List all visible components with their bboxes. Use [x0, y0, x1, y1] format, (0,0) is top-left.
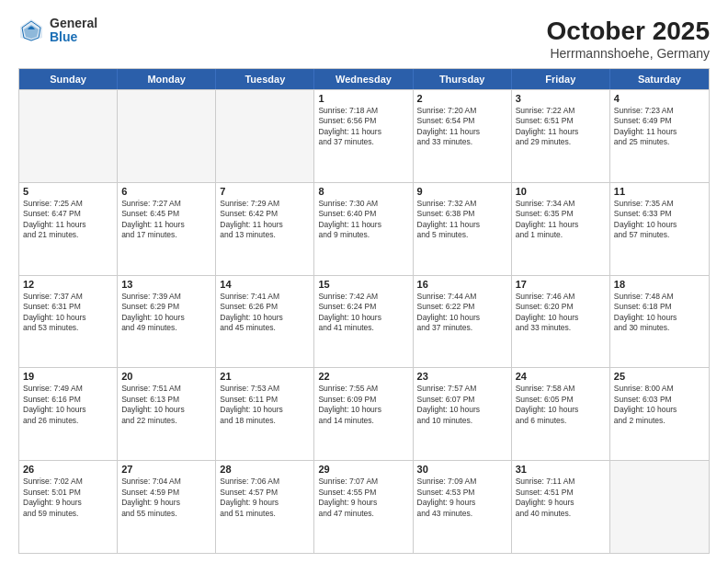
weekday-header: Tuesday [216, 69, 314, 89]
calendar-cell: 21Sunrise: 7:53 AM Sunset: 6:11 PM Dayli… [216, 368, 314, 460]
calendar-cell: 11Sunrise: 7:35 AM Sunset: 6:33 PM Dayli… [610, 183, 709, 275]
cell-info: Sunrise: 7:04 AM Sunset: 4:59 PM Dayligh… [121, 477, 211, 519]
calendar-cell: 14Sunrise: 7:41 AM Sunset: 6:26 PM Dayli… [216, 276, 314, 368]
calendar-row: 1Sunrise: 7:18 AM Sunset: 6:56 PM Daylig… [19, 89, 709, 182]
calendar-cell [19, 90, 118, 182]
day-number: 5 [23, 186, 113, 197]
calendar-cell: 24Sunrise: 7:58 AM Sunset: 6:05 PM Dayli… [512, 368, 610, 460]
day-number: 13 [121, 279, 211, 290]
day-number: 3 [516, 93, 606, 104]
calendar-cell: 4Sunrise: 7:23 AM Sunset: 6:49 PM Daylig… [610, 90, 709, 182]
cell-info: Sunrise: 7:18 AM Sunset: 6:56 PM Dayligh… [318, 106, 408, 148]
day-number: 20 [121, 371, 211, 382]
cell-info: Sunrise: 7:23 AM Sunset: 6:49 PM Dayligh… [614, 106, 705, 148]
calendar-cell: 13Sunrise: 7:39 AM Sunset: 6:29 PM Dayli… [118, 276, 216, 368]
weekday-header: Sunday [19, 69, 118, 89]
day-number: 31 [516, 464, 606, 475]
title-block: October 2025 Herrmannshoehe, Germany [547, 17, 710, 61]
weekday-header: Saturday [610, 69, 709, 89]
cell-info: Sunrise: 7:20 AM Sunset: 6:54 PM Dayligh… [417, 106, 507, 148]
cell-info: Sunrise: 7:58 AM Sunset: 6:05 PM Dayligh… [516, 384, 606, 426]
calendar-cell [610, 461, 709, 553]
cell-info: Sunrise: 7:34 AM Sunset: 6:35 PM Dayligh… [516, 199, 606, 241]
cell-info: Sunrise: 7:57 AM Sunset: 6:07 PM Dayligh… [417, 384, 507, 426]
calendar-cell: 30Sunrise: 7:09 AM Sunset: 4:53 PM Dayli… [414, 461, 512, 553]
calendar-cell: 20Sunrise: 7:51 AM Sunset: 6:13 PM Dayli… [118, 368, 216, 460]
day-number: 8 [318, 186, 408, 197]
cell-info: Sunrise: 7:25 AM Sunset: 6:47 PM Dayligh… [23, 199, 113, 241]
location: Herrmannshoehe, Germany [547, 46, 710, 61]
calendar-cell: 17Sunrise: 7:46 AM Sunset: 6:20 PM Dayli… [512, 276, 610, 368]
day-number: 29 [318, 464, 408, 475]
calendar-cell: 28Sunrise: 7:06 AM Sunset: 4:57 PM Dayli… [216, 461, 314, 553]
calendar-cell: 18Sunrise: 7:48 AM Sunset: 6:18 PM Dayli… [610, 276, 709, 368]
day-number: 23 [417, 371, 507, 382]
day-number: 14 [220, 279, 310, 290]
calendar-row: 5Sunrise: 7:25 AM Sunset: 6:47 PM Daylig… [19, 182, 709, 275]
logo-blue: Blue [50, 30, 97, 44]
cell-info: Sunrise: 7:32 AM Sunset: 6:38 PM Dayligh… [417, 199, 507, 241]
day-number: 18 [614, 279, 705, 290]
calendar-cell: 2Sunrise: 7:20 AM Sunset: 6:54 PM Daylig… [414, 90, 512, 182]
weekday-header: Wednesday [314, 69, 413, 89]
day-number: 26 [23, 464, 113, 475]
logo-text: General Blue [50, 17, 97, 45]
cell-info: Sunrise: 7:29 AM Sunset: 6:42 PM Dayligh… [220, 199, 310, 241]
day-number: 24 [516, 371, 606, 382]
day-number: 21 [220, 371, 310, 382]
calendar-cell: 26Sunrise: 7:02 AM Sunset: 5:01 PM Dayli… [19, 461, 118, 553]
day-number: 6 [121, 186, 211, 197]
day-number: 2 [417, 93, 507, 104]
cell-info: Sunrise: 7:37 AM Sunset: 6:31 PM Dayligh… [23, 292, 113, 334]
cell-info: Sunrise: 7:42 AM Sunset: 6:24 PM Dayligh… [318, 292, 408, 334]
page: General Blue October 2025 Herrmannshoehe… [0, 0, 728, 563]
day-number: 27 [121, 464, 211, 475]
cell-info: Sunrise: 7:30 AM Sunset: 6:40 PM Dayligh… [318, 199, 408, 241]
cell-info: Sunrise: 7:51 AM Sunset: 6:13 PM Dayligh… [121, 384, 211, 426]
calendar-cell: 6Sunrise: 7:27 AM Sunset: 6:45 PM Daylig… [118, 183, 216, 275]
cell-info: Sunrise: 7:07 AM Sunset: 4:55 PM Dayligh… [318, 477, 408, 519]
day-number: 1 [318, 93, 408, 104]
calendar-cell: 29Sunrise: 7:07 AM Sunset: 4:55 PM Dayli… [314, 461, 413, 553]
cell-info: Sunrise: 7:39 AM Sunset: 6:29 PM Dayligh… [121, 292, 211, 334]
day-number: 28 [220, 464, 310, 475]
day-number: 15 [318, 279, 408, 290]
calendar-cell [216, 90, 314, 182]
logo: General Blue [18, 17, 97, 45]
day-number: 19 [23, 371, 113, 382]
calendar-body: 1Sunrise: 7:18 AM Sunset: 6:56 PM Daylig… [19, 89, 709, 553]
cell-info: Sunrise: 7:22 AM Sunset: 6:51 PM Dayligh… [516, 106, 606, 148]
day-number: 12 [23, 279, 113, 290]
calendar-cell: 15Sunrise: 7:42 AM Sunset: 6:24 PM Dayli… [314, 276, 413, 368]
calendar-row: 26Sunrise: 7:02 AM Sunset: 5:01 PM Dayli… [19, 460, 709, 553]
calendar-cell: 12Sunrise: 7:37 AM Sunset: 6:31 PM Dayli… [19, 276, 118, 368]
weekday-header: Monday [118, 69, 216, 89]
cell-info: Sunrise: 7:49 AM Sunset: 6:16 PM Dayligh… [23, 384, 113, 426]
cell-info: Sunrise: 7:44 AM Sunset: 6:22 PM Dayligh… [417, 292, 507, 334]
calendar-row: 12Sunrise: 7:37 AM Sunset: 6:31 PM Dayli… [19, 275, 709, 368]
day-number: 4 [614, 93, 705, 104]
calendar-cell [118, 90, 216, 182]
logo-general: General [50, 17, 97, 30]
calendar-cell: 23Sunrise: 7:57 AM Sunset: 6:07 PM Dayli… [414, 368, 512, 460]
cell-info: Sunrise: 7:53 AM Sunset: 6:11 PM Dayligh… [220, 384, 310, 426]
cell-info: Sunrise: 7:27 AM Sunset: 6:45 PM Dayligh… [121, 199, 211, 241]
header: General Blue October 2025 Herrmannshoehe… [18, 17, 710, 61]
day-number: 30 [417, 464, 507, 475]
calendar-cell: 31Sunrise: 7:11 AM Sunset: 4:51 PM Dayli… [512, 461, 610, 553]
cell-info: Sunrise: 7:35 AM Sunset: 6:33 PM Dayligh… [614, 199, 705, 241]
cell-info: Sunrise: 7:06 AM Sunset: 4:57 PM Dayligh… [220, 477, 310, 519]
calendar-cell: 22Sunrise: 7:55 AM Sunset: 6:09 PM Dayli… [314, 368, 413, 460]
cell-info: Sunrise: 7:41 AM Sunset: 6:26 PM Dayligh… [220, 292, 310, 334]
calendar-cell: 7Sunrise: 7:29 AM Sunset: 6:42 PM Daylig… [216, 183, 314, 275]
calendar-cell: 8Sunrise: 7:30 AM Sunset: 6:40 PM Daylig… [314, 183, 413, 275]
calendar-cell: 1Sunrise: 7:18 AM Sunset: 6:56 PM Daylig… [314, 90, 413, 182]
cell-info: Sunrise: 7:46 AM Sunset: 6:20 PM Dayligh… [516, 292, 606, 334]
calendar-cell: 9Sunrise: 7:32 AM Sunset: 6:38 PM Daylig… [414, 183, 512, 275]
cell-info: Sunrise: 7:48 AM Sunset: 6:18 PM Dayligh… [614, 292, 705, 334]
cell-info: Sunrise: 7:09 AM Sunset: 4:53 PM Dayligh… [417, 477, 507, 519]
calendar-cell: 5Sunrise: 7:25 AM Sunset: 6:47 PM Daylig… [19, 183, 118, 275]
day-number: 25 [614, 371, 705, 382]
day-number: 16 [417, 279, 507, 290]
cell-info: Sunrise: 8:00 AM Sunset: 6:03 PM Dayligh… [614, 384, 705, 426]
